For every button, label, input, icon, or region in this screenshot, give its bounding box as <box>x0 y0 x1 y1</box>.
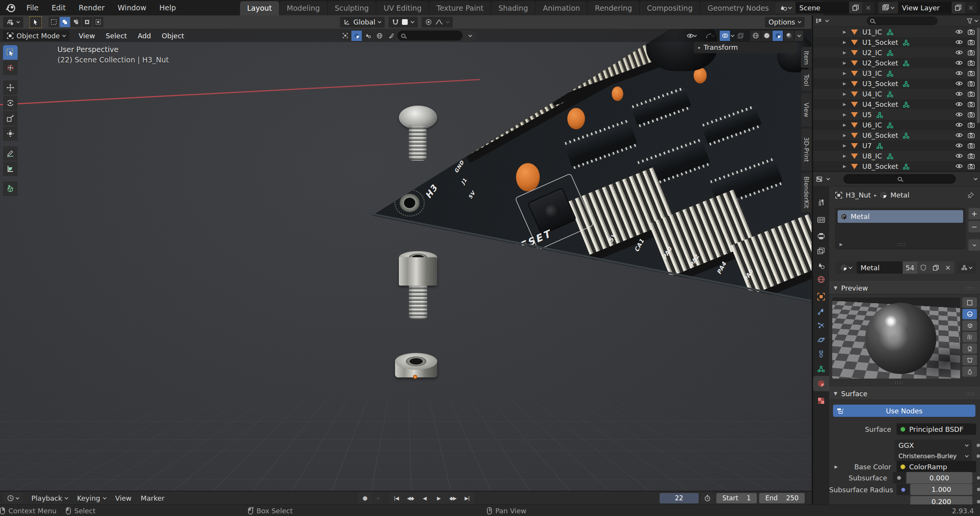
sidebar-tab[interactable]: Tool <box>801 69 812 91</box>
outliner-row[interactable]: ▶ U1_Socket <box>813 37 980 47</box>
timeline-editor-button[interactable] <box>3 493 23 503</box>
preview-hair-button[interactable] <box>962 332 977 342</box>
sidebar-tab[interactable]: 3D-Print <box>801 128 812 171</box>
preview-cloth-button[interactable] <box>962 355 977 365</box>
select-mode-extend[interactable] <box>71 17 81 27</box>
outliner-row[interactable]: ▶ U3_Socket <box>813 78 980 89</box>
expand-arrow-icon[interactable]: ▶ <box>835 464 838 469</box>
falloff-curve-icon[interactable] <box>435 19 443 25</box>
start-frame-field[interactable]: Start 1 <box>716 493 757 503</box>
use-nodes-button[interactable]: Use Nodes <box>833 405 975 417</box>
outliner-row[interactable]: ▶ U2_Socket <box>813 58 980 68</box>
editor-type-button[interactable] <box>3 17 23 28</box>
tool-select-box[interactable] <box>3 45 18 60</box>
outliner-row[interactable]: ▶ U6_Socket <box>813 130 980 140</box>
outliner-scrollbar[interactable] <box>977 28 980 123</box>
transport-button[interactable]: ▶ <box>432 493 446 503</box>
workspace-tab[interactable]: Modeling <box>279 1 327 15</box>
tab-particles[interactable] <box>813 318 829 333</box>
tool-annotate[interactable] <box>3 146 18 161</box>
expand-arrow-icon[interactable]: ▶ <box>840 242 843 247</box>
workspace-tab[interactable]: UV Editing <box>376 1 429 15</box>
object-name[interactable]: U7 <box>862 142 872 150</box>
animate-dot[interactable] <box>977 454 980 458</box>
select-mode-tweak[interactable] <box>49 17 59 27</box>
surface-shader-field[interactable]: Principled BSDF <box>897 423 976 435</box>
preview-shaderball-button[interactable] <box>962 343 977 354</box>
outliner-search-input[interactable] <box>867 16 938 25</box>
disable-render-camera-icon[interactable] <box>968 163 975 169</box>
end-frame-field[interactable]: End 250 <box>759 493 805 503</box>
outliner-row[interactable]: ▶ U7 <box>813 140 980 151</box>
animate-dot[interactable] <box>977 476 980 480</box>
disable-render-camera-icon[interactable] <box>968 101 975 107</box>
disable-render-camera-icon[interactable] <box>968 60 975 66</box>
panel-grip[interactable] <box>965 392 975 395</box>
object-name[interactable]: U3_IC <box>862 69 882 77</box>
xray-toggle[interactable] <box>735 31 746 41</box>
expand-arrow-icon[interactable]: ▶ <box>843 153 846 158</box>
radius-value-slider[interactable]: 0.200 <box>910 496 972 505</box>
users-count-button[interactable]: 54 <box>903 261 917 274</box>
object-name[interactable]: U6_Socket <box>862 131 898 139</box>
timeline-menu-item[interactable]: Playback <box>27 494 72 502</box>
transfer-mode-icon[interactable] <box>340 31 350 41</box>
tool-rotate[interactable] <box>3 96 18 110</box>
scene-copy-button[interactable] <box>849 2 862 13</box>
shading-solid-button[interactable] <box>761 31 772 41</box>
viewport-menu-item[interactable]: Add <box>132 32 157 40</box>
animate-dot[interactable] <box>977 500 980 503</box>
disable-render-camera-icon[interactable] <box>968 132 975 138</box>
expand-arrow-icon[interactable]: ▶ <box>843 122 846 127</box>
disable-render-camera-icon[interactable] <box>968 70 975 76</box>
outliner-row[interactable]: ▶ U6_IC <box>813 120 980 130</box>
tab-scene[interactable] <box>813 258 829 273</box>
topbar-menu-item[interactable]: Render <box>72 0 111 15</box>
hide-eye-icon[interactable] <box>956 50 963 55</box>
falloff-chevron[interactable] <box>446 20 450 23</box>
expand-arrow-icon[interactable]: ▶ <box>843 102 846 107</box>
transform-panel-header[interactable]: ▸ Transform <box>694 41 797 53</box>
tab-constraints[interactable] <box>813 346 829 362</box>
tool-move[interactable] <box>3 80 18 95</box>
slot-specials-button[interactable] <box>969 239 980 251</box>
material-slot-selected[interactable]: Metal <box>838 210 963 223</box>
expand-arrow-icon[interactable]: ▶ <box>843 91 846 96</box>
object-name[interactable]: U2_IC <box>862 49 882 57</box>
disable-render-camera-icon[interactable] <box>968 50 975 56</box>
transport-button[interactable]: ◆▶ <box>446 493 460 503</box>
animate-dot[interactable] <box>977 488 980 491</box>
object-name[interactable]: U4_IC <box>862 90 882 98</box>
expand-arrow-icon[interactable]: ▶ <box>843 71 846 76</box>
use-preview-range-button[interactable] <box>701 493 714 503</box>
preview-fluid-button[interactable] <box>962 366 977 377</box>
tab-object[interactable] <box>813 289 829 304</box>
animate-dot[interactable] <box>977 444 980 447</box>
workspace-tab[interactable]: Rendering <box>588 1 640 15</box>
fake-user-shield-button[interactable] <box>917 261 929 274</box>
outliner-row[interactable]: ▶ U8_IC <box>813 151 980 161</box>
shading-material-button[interactable] <box>773 31 783 41</box>
brush-icon[interactable] <box>386 31 396 41</box>
disable-render-camera-icon[interactable] <box>968 39 975 45</box>
snap-increment-icon[interactable] <box>402 19 408 25</box>
tab-physics[interactable] <box>813 332 829 348</box>
select-mode-invert[interactable] <box>93 17 103 27</box>
tab-view-layer[interactable] <box>813 243 829 259</box>
properties-filter-chevron[interactable] <box>974 176 978 180</box>
transport-button[interactable]: ▶| <box>460 493 474 503</box>
expand-arrow-icon[interactable]: ▶ <box>843 29 846 34</box>
preview-cube-button[interactable] <box>962 320 977 331</box>
object-name[interactable]: U2_Socket <box>862 59 898 67</box>
sidebar-tab[interactable]: Item <box>801 47 812 68</box>
outliner-row[interactable]: ▶ U3_IC <box>813 68 980 78</box>
hide-eye-icon[interactable] <box>956 132 963 138</box>
scene-name-field[interactable]: Scene <box>795 2 849 13</box>
object-name[interactable]: U4_Socket <box>862 100 898 108</box>
outliner-row[interactable]: ▶ U4_Socket <box>813 99 980 109</box>
viewport-menu-item[interactable]: Object <box>157 32 190 40</box>
hide-eye-icon[interactable] <box>956 91 963 96</box>
properties-editor-icon[interactable] <box>816 176 824 182</box>
paint-droplets-icon[interactable] <box>363 31 373 41</box>
hide-eye-icon[interactable] <box>956 153 963 158</box>
